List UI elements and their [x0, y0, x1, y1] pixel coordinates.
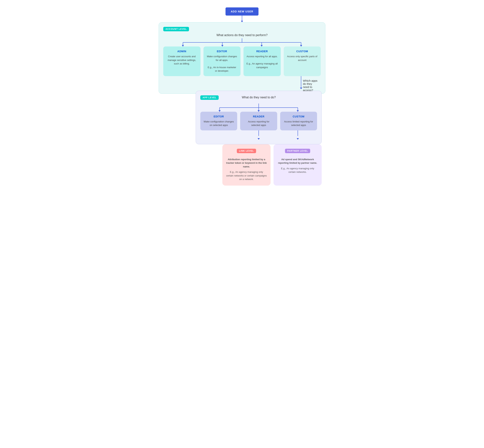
custom-account-title: CUSTOM [287, 50, 318, 53]
account-level-section: ACCOUNT LEVEL What actions do they need … [159, 22, 325, 94]
arrow-reader-app [258, 110, 260, 112]
arrow-editor [221, 45, 223, 47]
arrow-which-apps [300, 88, 302, 89]
add-new-user-button[interactable]: ADD NEW USER [226, 8, 258, 16]
reader-app-card: READER Access reporting for selected app… [240, 112, 277, 130]
arrow-custom-app [297, 110, 299, 112]
link-level-label: LINK LEVEL [237, 149, 256, 153]
reader-app-desc: Access reporting for selected apps [243, 120, 274, 127]
app-level-label: APP LEVEL [200, 95, 219, 100]
custom-app-card: CUSTOM Access limited reporting for sele… [280, 112, 317, 130]
arrow-down-icon [241, 21, 243, 22]
editor-account-title: EDITOR [206, 50, 238, 53]
connector-line [242, 16, 242, 21]
partner-desc: Ad spend and SKAdNetwork reporting limit… [277, 158, 318, 165]
app-question: What do they need to do? [242, 96, 276, 99]
arrow-link [258, 138, 260, 140]
partner-level-card: PARTNER LEVEL Ad spend and SKAdNetwork r… [273, 144, 322, 185]
app-level-section: APP LEVEL What do they need to do? EDI [196, 91, 322, 144]
account-cards-row: ADMIN Create user accounts and manage se… [163, 47, 321, 76]
arrow-custom [300, 45, 302, 47]
which-apps-line1: Which apps do they [303, 79, 321, 85]
which-apps-connector: Which apps do they need to access? [163, 76, 321, 89]
bottom-branch-lines [200, 130, 317, 140]
branch-svg-account [163, 38, 321, 47]
editor-app-card: EDITOR Make configuration changes on sel… [200, 112, 237, 130]
reader-account-card: READER Access reporting for all apps.E.g… [244, 47, 281, 76]
admin-title: ADMIN [166, 50, 197, 53]
app-section-positioner: APP LEVEL What do they need to do? EDI [196, 91, 322, 185]
admin-desc: Create user accounts and manage sensitiv… [166, 55, 197, 65]
custom-app-title: CUSTOM [283, 115, 314, 118]
editor-app-desc: Make configuration changes on selected a… [203, 120, 234, 127]
which-apps-text: Which apps do they need to access? [303, 79, 321, 92]
link-eg: E.g., An agency managing only certain ne… [226, 170, 267, 181]
custom-app-desc: Access limited reporting for selected ap… [283, 120, 314, 127]
arrow-reader [261, 45, 263, 47]
bottom-cards-row: LINK LEVEL Attribution reporting limited… [196, 144, 322, 185]
branch-lines-account [163, 38, 321, 47]
branch-lines-app [200, 104, 317, 112]
reader-account-desc: Access reporting for all apps.E.g., An a… [246, 55, 278, 69]
which-apps-line2: need to access? [303, 85, 321, 92]
arrow-admin [182, 45, 184, 47]
custom-account-desc: Access only specific parts of account [287, 55, 318, 62]
editor-app-title: EDITOR [203, 115, 234, 118]
custom-account-card: CUSTOM Access only specific parts of acc… [284, 47, 321, 76]
link-level-card: LINK LEVEL Attribution reporting limited… [222, 144, 271, 185]
diagram: ADD NEW USER ACCOUNT LEVEL What actions … [159, 8, 325, 185]
editor-account-card: EDITOR Make configuration changes for al… [204, 47, 241, 76]
link-desc: Attribution reporting limited by a track… [226, 158, 267, 168]
partner-level-label: PARTNER LEVEL [285, 149, 310, 153]
reader-account-title: READER [246, 50, 278, 53]
admin-card: ADMIN Create user accounts and manage se… [163, 47, 200, 76]
account-question: What actions do they need to perform? [216, 33, 268, 37]
arrow-editor-app [218, 110, 221, 112]
arrow-partner [297, 138, 299, 140]
account-level-label: ACCOUNT LEVEL [163, 27, 189, 31]
partner-eg: E.g., An agency managing only certain ne… [277, 167, 318, 174]
editor-account-desc: Make configuration changes for all apps.… [206, 55, 238, 73]
which-apps-svg [163, 76, 321, 89]
app-cards-row: EDITOR Make configuration changes on sel… [200, 112, 317, 130]
reader-app-title: READER [243, 115, 274, 118]
